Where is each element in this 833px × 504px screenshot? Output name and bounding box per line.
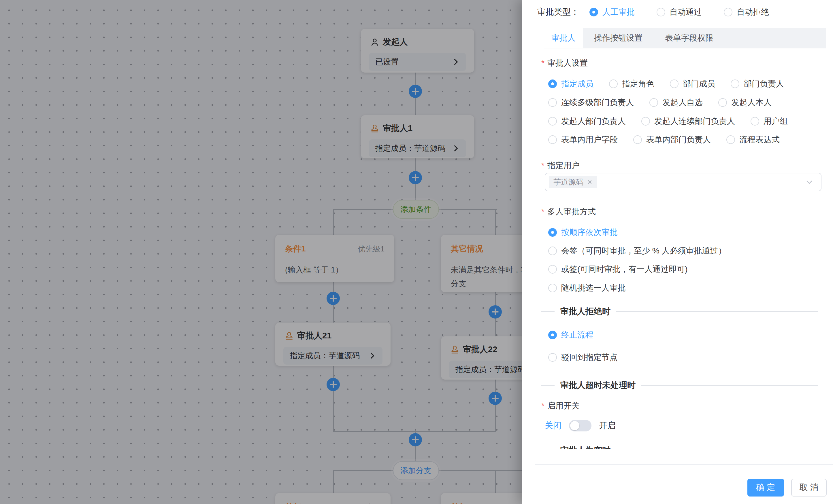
timeout-section-divider: 审批人超时未处理时 bbox=[541, 380, 818, 391]
approval-flow-designer: 发起人 已设置 审批人1 指定成员：芋道源码 bbox=[0, 0, 833, 504]
reject-section-title: 审批人拒绝时 bbox=[560, 306, 611, 318]
config-tabbar: 审批人 操作按钮设置 表单字段权限 bbox=[544, 28, 826, 48]
assigned-user-label: 指定用户 bbox=[541, 160, 580, 171]
approver-radio-initiator-choose[interactable]: 发起人自选 bbox=[649, 97, 703, 108]
approval-config-drawer: 审批类型： 人工审批 自动通过 自动拒绝 审批人 操作按钮设置 表单字段权限 审 bbox=[522, 0, 833, 504]
confirm-button[interactable]: 确 定 bbox=[747, 479, 784, 497]
approver-radio-dept-leader[interactable]: 部门负责人 bbox=[731, 78, 784, 89]
timeout-section-title: 审批人超时未处理时 bbox=[560, 380, 636, 391]
approver-radio-designated-role[interactable]: 指定角色 bbox=[609, 78, 654, 89]
approval-type-label: 审批类型： bbox=[537, 6, 579, 18]
drawer-form-area: 审批类型： 人工审批 自动通过 自动拒绝 审批人 操作按钮设置 表单字段权限 审 bbox=[522, 0, 833, 449]
switch-off-label: 关闭 bbox=[545, 420, 562, 431]
approver-radio-form-user-field[interactable]: 表单内用户字段 bbox=[548, 134, 618, 145]
approver-setting-label: 审批人设置 bbox=[541, 58, 588, 69]
approver-radio-process-expression[interactable]: 流程表达式 bbox=[727, 134, 780, 145]
empty-section-divider: 审批人为空时 bbox=[541, 442, 818, 449]
timeout-switch-row: 关闭 开启 bbox=[545, 420, 616, 431]
approver-radio-user-group[interactable]: 用户组 bbox=[751, 116, 788, 127]
multi-mode-countersign-radio[interactable]: 会签（可同时审批，至少 % 人必须审批通过） bbox=[548, 245, 726, 256]
empty-section-title: 审批人为空时 bbox=[560, 445, 611, 449]
tab-form-field-permissions[interactable]: 表单字段权限 bbox=[654, 28, 724, 48]
approver-radio-dept-member[interactable]: 部门成员 bbox=[670, 78, 715, 89]
assigned-user-tag: 芋道源码 bbox=[549, 176, 597, 188]
tab-approver[interactable]: 审批人 bbox=[544, 28, 583, 48]
tab-action-buttons[interactable]: 操作按钮设置 bbox=[583, 28, 654, 48]
approver-radio-form-dept-leader[interactable]: 表单内部门负责人 bbox=[633, 134, 711, 145]
footer-divider bbox=[535, 464, 833, 464]
remove-tag-icon[interactable] bbox=[587, 179, 593, 185]
reject-section-divider: 审批人拒绝时 bbox=[541, 306, 818, 318]
multi-mode-sequential-radio[interactable]: 按顺序依次审批 bbox=[548, 227, 618, 238]
approval-type-auto-reject-radio[interactable]: 自动拒绝 bbox=[724, 7, 769, 18]
approver-radio-initiator-self[interactable]: 发起人本人 bbox=[718, 97, 771, 108]
approver-radio-designated-member[interactable]: 指定成员 bbox=[548, 78, 593, 89]
approver-radio-initiator-dept-leader[interactable]: 发起人部门负责人 bbox=[548, 116, 626, 127]
multi-mode-label: 多人审批方式 bbox=[541, 206, 596, 217]
approval-type-manual-radio[interactable]: 人工审批 bbox=[590, 7, 635, 18]
approval-type-auto-pass-radio[interactable]: 自动通过 bbox=[657, 7, 702, 18]
reject-return-node-radio[interactable]: 驳回到指定节点 bbox=[548, 352, 618, 363]
approver-radio-multi-level-dept-leader[interactable]: 连续多级部门负责人 bbox=[548, 97, 634, 108]
multi-mode-random-one-radio[interactable]: 随机挑选一人审批 bbox=[548, 282, 626, 294]
cancel-button[interactable]: 取 消 bbox=[791, 479, 827, 497]
switch-on-label: 开启 bbox=[599, 420, 616, 431]
timeout-toggle[interactable] bbox=[569, 420, 592, 431]
enable-switch-label: 启用开关 bbox=[541, 400, 580, 411]
multi-mode-orsign-radio[interactable]: 或签(可同时审批，有一人通过即可) bbox=[548, 264, 688, 275]
reject-terminate-radio[interactable]: 终止流程 bbox=[548, 329, 593, 341]
assigned-user-select[interactable]: 芋道源码 bbox=[545, 173, 822, 191]
modal-overlay[interactable] bbox=[0, 0, 527, 504]
chevron-down-icon bbox=[805, 178, 813, 186]
approver-radio-initiator-multi-dept-leader[interactable]: 发起人连续部门负责人 bbox=[641, 116, 735, 127]
